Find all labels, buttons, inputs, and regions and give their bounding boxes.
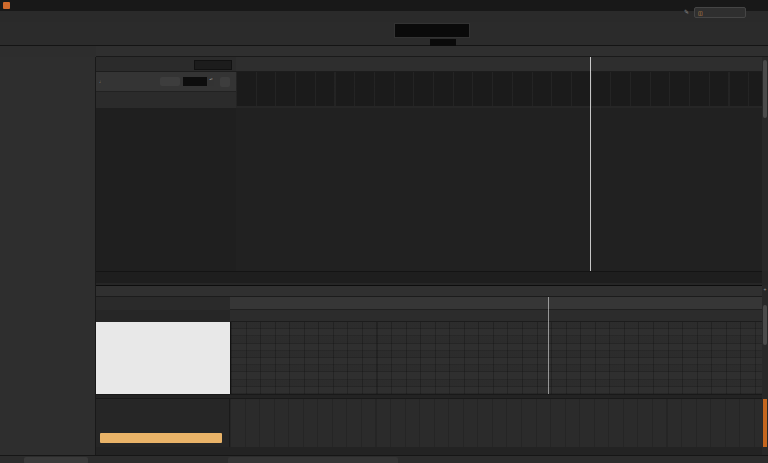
timeline-ruler[interactable] [236,57,762,72]
velocity-lane[interactable] [230,399,762,447]
trackview-toolbar [0,46,96,57]
tempo-stepper[interactable]: ▴▾ [208,77,214,86]
menu-bar [0,11,768,22]
tempo-strip-spacer [96,92,236,108]
pianoroll-ruler[interactable] [230,297,762,310]
cakewalk-window: ✎ ◫ ♩ ▴▾ [0,0,768,463]
trackview-menu [96,46,768,57]
tempo-display[interactable] [430,39,456,46]
control-bar [0,22,768,46]
time-display [394,23,470,39]
playhead[interactable] [590,57,591,271]
meter-display[interactable] [460,39,474,46]
status-bar [0,455,768,463]
pianoroll-vscrollbar[interactable]: + [762,285,768,455]
tempo-envelope-lane[interactable] [236,72,762,106]
tap-tempo-button[interactable] [160,77,180,86]
pianoroll-menubar [96,285,768,297]
trackview-vscrollbar[interactable] [762,57,768,271]
note-grid[interactable] [230,322,762,394]
zoom-in-icon[interactable]: + [762,286,768,292]
pencil-icon[interactable]: ✎ [684,8,689,15]
tempo-value-field[interactable] [183,77,207,86]
arranger-tab[interactable]: ◫ [694,7,746,18]
articulation-lane[interactable] [230,310,762,322]
arranger-icon: ◫ [698,10,703,16]
track-list [96,108,236,271]
articulation-lane-spacer [96,310,230,322]
controller-lane-header [96,399,230,447]
piano-keyboard[interactable] [96,322,230,394]
pianoroll-view-tab[interactable] [228,457,398,463]
vscroll-thumb[interactable] [763,60,767,118]
title-bar [0,0,768,11]
vscroll-thumb[interactable] [763,305,767,345]
trackview-hscrollbar[interactable] [96,271,762,283]
pianoroll-playhead[interactable] [548,297,549,394]
now-time-display[interactable] [100,58,164,71]
pianoroll-ruler-spacer [96,297,230,310]
velocity-lane-label[interactable] [100,433,222,443]
display-button[interactable] [24,457,88,463]
track-inspector [0,57,96,455]
lane-zoom-indicator[interactable] [763,399,767,447]
tempo-track-icon: ♩ [99,78,104,84]
selection-module [584,23,646,45]
trackview-header [96,57,236,72]
app-icon [3,2,10,9]
clips-pane[interactable] [236,108,762,271]
track-filter-dropdown[interactable] [194,60,232,70]
add-tempo-button[interactable] [220,77,230,87]
tempo-track-strip: ♩ ▴▾ [96,72,236,92]
pianoroll-tabs [96,447,762,455]
